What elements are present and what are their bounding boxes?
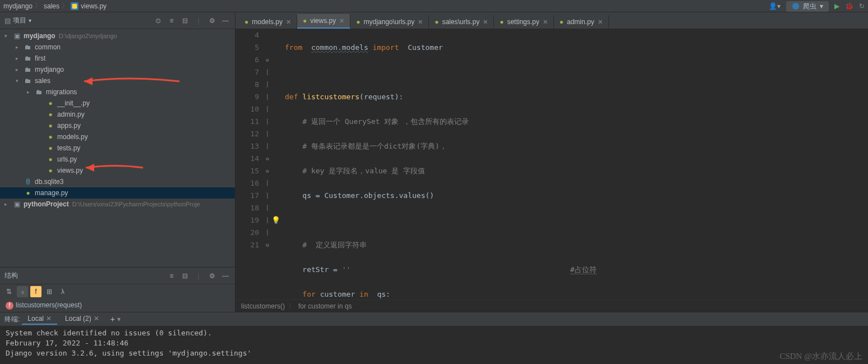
divider: | [193, 272, 204, 280]
stop-button[interactable]: ↻ [859, 2, 865, 10]
project-sidebar: ▤ 项目 ▾ ⊙ ≡ ⊟ | ⚙ — ▾▣mydjangoD:\django2\… [0, 12, 236, 312]
dropdown-icon: ▾ [820, 2, 823, 10]
divider: | [193, 17, 204, 25]
breadcrumb-folder[interactable]: sales [44, 2, 59, 10]
tree-folder-migrations[interactable]: ▸🖿migrations [0, 86, 235, 98]
close-icon[interactable]: ✕ [94, 315, 99, 322]
tree-file-tests[interactable]: ●tests.py [0, 142, 235, 154]
line-numbers: 456789101112131415161718192021 [236, 29, 264, 300]
close-icon[interactable]: ✕ [286, 19, 291, 26]
anonymous-icon[interactable]: λ [57, 286, 68, 297]
hide-icon[interactable]: — [220, 17, 230, 25]
tree-folder-sales[interactable]: ▾🖿sales [0, 75, 235, 86]
tree-folder-common[interactable]: ▸🖿common [0, 42, 235, 53]
terminal-line: February 17, 2022 - 11:48:46 [6, 338, 862, 348]
add-terminal-button[interactable]: + [110, 315, 115, 324]
terminal-output[interactable]: System check identified no issues (0 sil… [0, 326, 868, 363]
debug-button[interactable]: 🐞 [845, 2, 853, 10]
breadcrumb-sep: 〉 [62, 1, 68, 11]
run-config-label: 爬虫 [803, 2, 816, 11]
tab-mydjango-urls[interactable]: ●mydjango\urls.py✕ [350, 15, 429, 29]
tab-admin[interactable]: ●admin.py✕ [554, 15, 609, 29]
tree-project-pythonproject[interactable]: ▸▣pythonProjectD:\Users\xinxi23\PycharmP… [0, 199, 235, 210]
structure-body[interactable]: flistcustomers(request) [0, 299, 235, 312]
top-bar: mydjango 〉 sales 〉 views.py 👤▾ 爬虫 ▾ ▶ 🐞 … [0, 0, 868, 12]
svg-point-2 [792, 3, 799, 10]
expand-icon[interactable]: ≡ [167, 17, 177, 25]
filter-icon[interactable]: ⬨ [17, 286, 28, 297]
collapse-icon[interactable]: ⊟ [180, 17, 190, 25]
tree-project-root[interactable]: ▾▣mydjangoD:\django2\mydjango [0, 30, 235, 42]
tree-file-apps[interactable]: ●apps.py [0, 120, 235, 131]
run-config-dropdown[interactable]: 爬虫 ▾ [786, 1, 829, 12]
project-icon: ▤ [4, 17, 11, 25]
close-icon[interactable]: ✕ [483, 19, 488, 26]
lightbulb-icon[interactable]: 💡 [271, 214, 280, 227]
collapse-icon[interactable]: ⊟ [180, 272, 190, 280]
terminal-line: System check identified no issues (0 sil… [6, 328, 862, 338]
tree-file-db[interactable]: 🛢db.sqlite3 [0, 176, 235, 187]
close-icon[interactable]: ✕ [543, 19, 548, 26]
status-loop[interactable]: for customer in qs [298, 302, 352, 310]
terminal-line: Django version 3.2.6, using settings 'my… [6, 348, 862, 358]
tree-folder-first[interactable]: ▸🖿first [0, 53, 235, 64]
tab-sales-urls[interactable]: ●sales\urls.py✕ [429, 15, 494, 29]
chevron-down-icon[interactable]: ▾ [29, 17, 31, 24]
breadcrumb-root[interactable]: mydjango [3, 2, 33, 10]
code-lines[interactable]: from common.models import Customer def l… [281, 29, 868, 300]
code-editor[interactable]: 456789101112131415161718192021 ⊖│││││││⊖… [236, 29, 868, 300]
tree-file-urls[interactable]: ●urls.py [0, 154, 235, 165]
project-panel-header: ▤ 项目 ▾ ⊙ ≡ ⊟ | ⚙ — [0, 12, 235, 29]
watermark: CSDN @水亦流人必上 [779, 351, 862, 362]
fields-icon[interactable]: f [30, 286, 41, 297]
close-icon[interactable]: ✕ [339, 17, 344, 25]
editor-breadcrumb[interactable]: listcustomers() 〉 for customer in qs [236, 300, 868, 312]
terminal-label: 终端: [4, 315, 20, 324]
close-icon[interactable]: ✕ [598, 19, 603, 26]
python-file-icon [71, 2, 79, 10]
tree-file-manage[interactable]: ●manage.py [0, 187, 235, 199]
expand-icon[interactable]: ≡ [167, 272, 177, 280]
hide-icon[interactable]: — [220, 272, 230, 280]
tab-views[interactable]: ●views.py✕ [297, 14, 350, 29]
terminal-tabs: 终端: Local✕ Local (2)✕ + ▾ [0, 312, 868, 326]
gear-icon[interactable]: ⚙ [207, 272, 217, 280]
structure-panel: 结构 ≡ ⊟ | ⚙ — ⇅ ⬨ f ⊞ λ flistcustomers(re… [0, 267, 235, 312]
terminal-tab-local2[interactable]: Local (2)✕ [59, 314, 105, 325]
editor-area: ●models.py✕ ●views.py✕ ●mydjango\urls.py… [236, 12, 868, 312]
locate-icon[interactable]: ⊙ [153, 17, 163, 25]
tree-file-init[interactable]: ●__init__.py [0, 98, 235, 109]
tree-file-views[interactable]: ●views.py [0, 165, 235, 176]
structure-toolbar: ⇅ ⬨ f ⊞ λ [0, 284, 235, 299]
run-button[interactable]: ▶ [834, 2, 839, 10]
terminal-panel: 终端: Local✕ Local (2)✕ + ▾ System check i… [0, 312, 868, 363]
hint-gutter: 💡 [271, 29, 281, 300]
user-icon[interactable]: 👤▾ [769, 2, 781, 10]
close-icon[interactable]: ✕ [46, 315, 52, 322]
terminal-tab-local[interactable]: Local✕ [22, 314, 57, 325]
structure-function[interactable]: listcustomers(request) [16, 301, 82, 309]
breadcrumb[interactable]: mydjango 〉 sales 〉 views.py [3, 1, 107, 11]
close-icon[interactable]: ✕ [418, 19, 423, 26]
gear-icon[interactable]: ⚙ [207, 17, 217, 25]
tree-file-admin[interactable]: ●admin.py [0, 109, 235, 120]
breadcrumb-file[interactable]: views.py [81, 2, 107, 10]
function-icon: f [6, 302, 13, 310]
terminal-dropdown-icon[interactable]: ▾ [117, 315, 121, 323]
project-tree[interactable]: ▾▣mydjangoD:\django2\mydjango ▸🖿common ▸… [0, 29, 235, 267]
python-icon [792, 2, 800, 10]
breadcrumb-sep: 〉 [35, 1, 41, 11]
inherited-icon[interactable]: ⊞ [44, 286, 55, 297]
structure-title[interactable]: 结构 [4, 271, 18, 280]
editor-tabs: ●models.py✕ ●views.py✕ ●mydjango\urls.py… [236, 12, 868, 29]
fold-gutter[interactable]: ⊖│││││││⊖⊖│││││⊟ [264, 29, 271, 300]
status-function[interactable]: listcustomers() [241, 302, 285, 310]
svg-rect-1 [72, 3, 77, 8]
sort-icon[interactable]: ⇅ [3, 286, 15, 297]
tab-models[interactable]: ●models.py✕ [239, 15, 297, 29]
tree-file-models[interactable]: ●models.py [0, 131, 235, 142]
tab-settings[interactable]: ●settings.py✕ [494, 15, 554, 29]
panel-title[interactable]: 项目 [13, 16, 26, 25]
tree-folder-mydjango[interactable]: ▸🖿mydjango [0, 64, 235, 75]
